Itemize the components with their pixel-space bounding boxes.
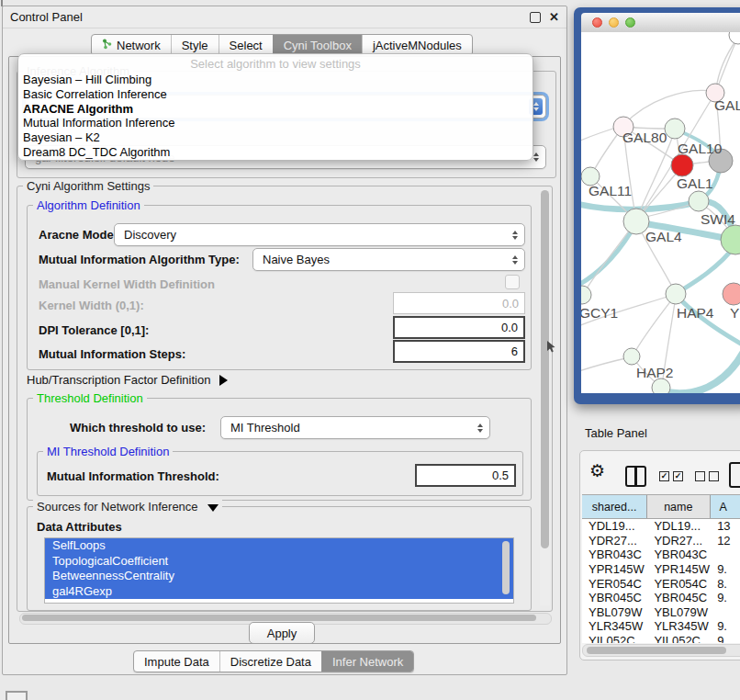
table-hscrollbar-thumb[interactable] [587,647,726,654]
algorithm-popup-item[interactable]: Mutual Information Inference [18,116,533,130]
expand-right-icon[interactable] [219,375,228,386]
table-hscrollbar-track[interactable] [582,644,740,657]
cyni-settings-legend: Cyni Algorithm Settings [23,179,153,193]
algorithm-popup-item[interactable]: Bayesian – K2 [18,130,533,145]
settings-scrollbar-thumb[interactable] [541,190,549,548]
tab-style[interactable]: Style [171,35,219,55]
table-row[interactable]: YER054CYER054C8. [582,576,740,591]
apply-button[interactable]: Apply [249,622,315,644]
float-panel-icon[interactable] [530,12,541,23]
close-window-icon[interactable] [592,17,602,28]
table-row[interactable]: YIL052CYIL052C9 [582,634,740,643]
data-attribute-item[interactable]: BetweennessCentrality [45,569,513,584]
file-icon[interactable] [729,462,740,488]
table-row[interactable]: YBL079WYBL079W [582,605,740,620]
network-node-left-small[interactable] [581,286,591,304]
which-threshold-label: Which threshold to use: [70,421,206,435]
table-row[interactable]: YBR045CYBR045C9. [582,591,740,605]
network-node-red[interactable] [671,154,693,176]
table-cell: 9. [711,562,740,576]
tab-impute-data[interactable]: Impute Data [134,651,219,672]
table-row[interactable]: YBR043CYBR043C [582,548,740,562]
table-cell: 12 [711,534,740,548]
cyni-algorithm-settings-group: Cyni Algorithm Settings Algorithm Defini… [17,186,553,612]
table-cell: 9 [711,634,740,643]
tab-cyni-toolbox[interactable]: Cyni Toolbox [273,35,362,55]
algorithm-popup-item[interactable]: Dream8 DC_TDC Algorithm [18,145,533,160]
close-panel-icon[interactable]: ✕ [549,13,559,22]
manual-kernel-checkbox[interactable] [505,275,520,289]
control-panel-titlebar: Control Panel ✕ [3,6,566,28]
network-node-hap4[interactable] [666,284,686,304]
table-cell: YDL19... [647,519,711,533]
table-body: YDL19...YDL19...13YDR27...YDR27...12YBR0… [582,519,740,643]
sources-legend[interactable]: Sources for Network Inference [33,500,222,514]
network-node-label: GAL [714,97,740,113]
table-cell: YLR345W [582,619,647,633]
list-scrollbar-thumb[interactable] [502,541,510,594]
tab-select[interactable]: Select [219,35,273,55]
network-node-label: GAL80 [622,130,667,145]
table-row[interactable]: YPR145WYPR145W9. [582,562,740,577]
tab-discretize-data[interactable]: Discretize Data [219,651,321,672]
algorithm-popup-item[interactable]: ARACNE Algorithm [18,102,533,117]
tab-jactivemnodules[interactable]: jActiveMNodules [362,35,472,55]
tab-network[interactable]: Network [92,35,171,55]
aracne-mode-combo[interactable]: Discovery [114,223,525,246]
data-attributes-list[interactable]: SelfLoopsTopologicalCoefficientBetweenne… [44,537,514,604]
settings-hscrollbar-thumb[interactable] [22,615,536,621]
collapse-down-icon[interactable] [207,504,219,512]
network-node-label: HAP2 [636,365,674,380]
which-threshold-combo[interactable]: MI Threshold [220,416,490,439]
hub-transcription-section[interactable]: Hub/Transcription Factor Definition [27,373,228,387]
aracne-mode-label: Aracne Mode: [39,228,118,242]
table-row[interactable]: YDL19...YDL19...13 [582,519,740,534]
zoom-window-icon[interactable] [625,17,635,28]
mi-threshold-legend: MI Threshold Definition [43,445,173,458]
algorithm-popup-item[interactable]: Bayesian – Hill Climbing [18,73,533,87]
table-row[interactable]: YDR27...YDR27...12 [582,534,740,548]
network-node-label: GAL4 [645,229,682,244]
gear-icon[interactable]: ⚙ [589,462,605,480]
deselect-all-icon[interactable] [695,471,719,481]
algorithm-popup-item[interactable]: Basic Correlation Inference [18,87,533,102]
table-cell: 9. [711,591,740,604]
manual-kernel-label: Manual Kernel Width Definition [39,277,215,291]
network-node-swi4[interactable] [689,191,709,211]
network-node-bottom[interactable] [652,378,670,393]
settings-scrollbar-track[interactable] [540,188,550,605]
network-node-salmon[interactable] [723,283,740,305]
tab-infer-network[interactable]: Infer Network [321,651,413,672]
algorithm-dropdown-popup: Select algorithm to view settings Bayesi… [17,53,533,161]
network-node-top[interactable] [729,32,740,44]
combo-arrows-icon [508,252,521,267]
column-header-shared[interactable]: shared... [582,495,647,518]
hub-transcription-label: Hub/Transcription Factor Definition [27,373,210,387]
network-canvas[interactable]: GALGAL80GAL10GAL1GAL11SWI4GAL4GCY1HAP4YH… [581,32,740,393]
column-header-partial[interactable]: A [711,495,740,518]
columns-icon[interactable] [625,466,646,487]
network-node-big-right[interactable] [721,225,740,254]
network-tab-icon [102,39,112,52]
mi-threshold-input[interactable]: 0.5 [415,464,516,487]
tab-label: Style [182,39,208,52]
tab-label: Infer Network [332,655,403,669]
combo-arrows-icon [473,420,487,435]
column-header-name[interactable]: name [647,495,710,518]
kernel-width-input[interactable]: 0.0 [393,292,525,314]
data-attribute-item[interactable]: gal4RGexp [45,584,513,600]
algorithm-definition-legend: Algorithm Definition [33,198,144,212]
select-all-icon[interactable]: ✓ ✓ [659,471,683,481]
minimize-window-icon[interactable] [609,17,619,28]
network-node-label: HAP4 [677,305,714,321]
data-attribute-item[interactable]: SelfLoops [45,538,513,554]
network-node-hap2[interactable] [623,348,640,365]
network-node-gal10[interactable] [665,119,685,139]
data-attribute-item[interactable]: TopologicalCoefficient [45,554,513,570]
table-row[interactable]: YLR345WYLR345W9. [582,619,740,634]
mi-type-combo[interactable]: Naive Bayes [252,248,525,271]
corner-button[interactable] [6,691,28,700]
mi-steps-input[interactable]: 6 [393,340,525,363]
network-window-titlebar[interactable] [581,13,740,33]
dpi-tolerance-input[interactable]: 0.0 [393,316,525,339]
